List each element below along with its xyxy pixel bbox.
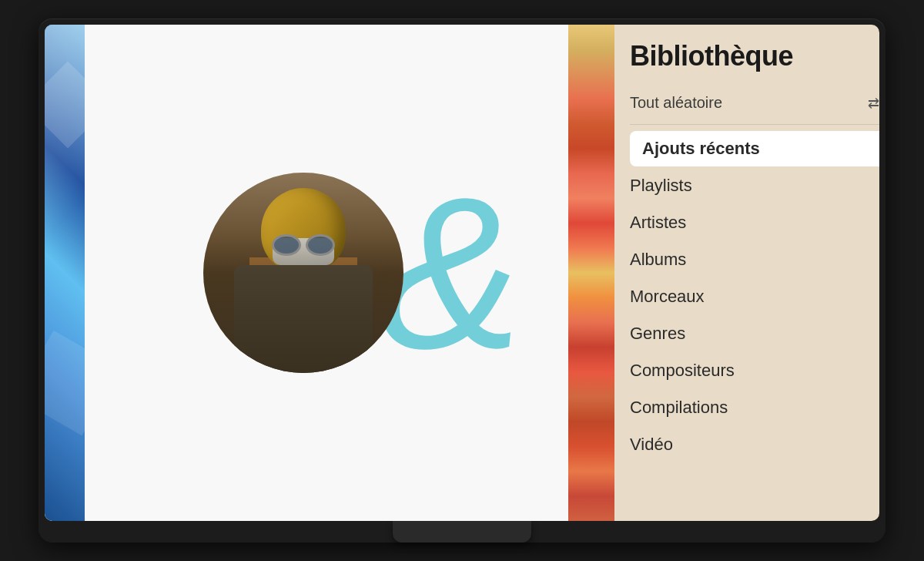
album-art-area: & [85,25,568,521]
video-label: Vidéo [630,435,673,455]
goggle-lens-left [272,234,301,256]
menu-item-composers[interactable]: Compositeurs [630,353,879,388]
tv-stand [393,521,531,543]
left-panel: & [45,25,568,521]
playlists-label: Playlists [630,176,692,196]
tv-screen: & Bibliothèque Tout aléatoire ⇄ Ajouts r… [45,25,879,521]
genres-label: Genres [630,324,685,344]
tracks-label: Morceaux [630,287,705,307]
right-panel: Bibliothèque Tout aléatoire ⇄ Ajouts réc… [568,25,879,521]
goggle-lens-right [306,234,335,256]
menu-item-compilations[interactable]: Compilations [630,390,879,425]
flowers-background [568,25,614,521]
menu-item-tracks[interactable]: Morceaux [630,279,879,314]
menu-divider [630,124,879,125]
menu-item-video[interactable]: Vidéo [630,427,879,462]
person-figure [203,173,403,373]
menu-item-playlists[interactable]: Playlists [630,168,879,203]
artists-label: Artistes [630,213,686,233]
goggles [269,234,338,257]
menu-item-recent[interactable]: Ajouts récents [630,131,879,166]
tv-frame: & Bibliothèque Tout aléatoire ⇄ Ajouts r… [38,18,886,543]
side-strip [45,25,85,521]
helmet [261,188,346,273]
library-menu: Bibliothèque Tout aléatoire ⇄ Ajouts réc… [614,25,879,521]
body-jacket [234,265,373,373]
albums-label: Albums [630,250,686,270]
composers-label: Compositeurs [630,361,735,381]
menu-item-artists[interactable]: Artistes [630,205,879,240]
shuffle-label: Tout aléatoire [630,94,722,112]
shuffle-icon: ⇄ [868,95,879,112]
recent-label: Ajouts récents [642,139,760,159]
compilations-label: Compilations [630,398,728,418]
library-title: Bibliothèque [630,40,879,72]
side-strip-decoration [45,25,85,521]
menu-item-shuffle[interactable]: Tout aléatoire ⇄ [630,86,879,119]
artist-photo [203,173,403,373]
menu-item-genres[interactable]: Genres [630,316,879,351]
menu-item-albums[interactable]: Albums [630,242,879,277]
